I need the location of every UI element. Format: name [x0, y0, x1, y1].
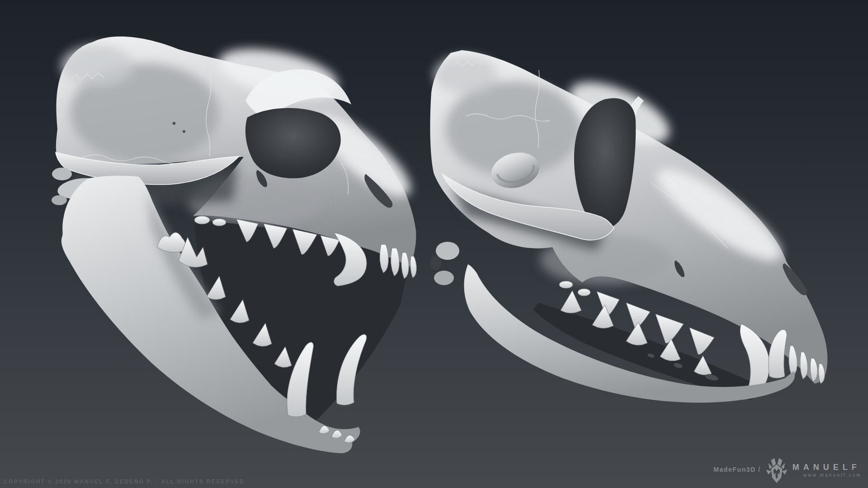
right-skull-condyle [436, 242, 459, 260]
right-skull-render [425, 38, 832, 404]
right-skull-condyle [434, 271, 454, 285]
brand-block: MANUELF www.manuelf.com [793, 463, 862, 479]
left-skull-render [43, 25, 423, 454]
deer-head-logo-icon [765, 457, 788, 484]
left-skull-foramen-dot [183, 130, 185, 133]
brand-name: MANUELF [793, 463, 861, 472]
artist-credits: MadeFun3D / MANUELF www.manuelf.com [713, 457, 862, 484]
left-skull-occiput-fragment [52, 195, 67, 205]
left-skull-foramen-dot [173, 122, 175, 125]
website-url: www.manuelf.com [803, 473, 862, 478]
right-skull-condyle-shadow [430, 256, 441, 270]
copyright-text: COPYRIGHT © 2020 MANUEL F. CEDEÑO P. - A… [4, 479, 247, 485]
left-skull-occiput-fragment [52, 168, 72, 180]
render-canvas: COPYRIGHT © 2020 MANUEL F. CEDEÑO P. - A… [0, 0, 868, 488]
studio-name: MadeFun3D / [713, 466, 761, 476]
